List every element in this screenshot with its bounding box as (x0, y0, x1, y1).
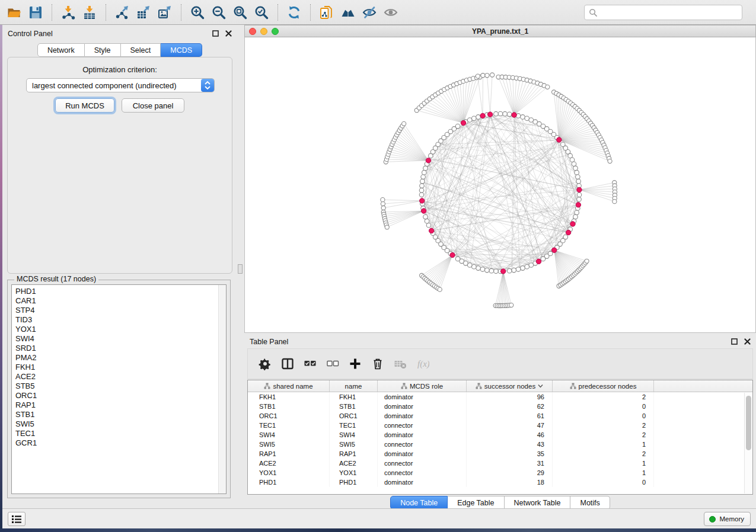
network-node[interactable] (521, 266, 525, 271)
mcds-result-item[interactable]: PMA2 (15, 353, 226, 363)
network-canvas[interactable] (244, 37, 756, 333)
network-node[interactable] (503, 111, 508, 116)
import-network-button[interactable] (58, 2, 79, 23)
network-node[interactable] (423, 166, 428, 171)
mcds-result-item[interactable]: GCR1 (15, 438, 226, 448)
network-node[interactable] (575, 170, 579, 175)
optimization-criterion-select[interactable]: largest connected component (undirected) (26, 78, 215, 92)
zoom-selected-button[interactable] (251, 2, 272, 23)
window-close-button[interactable] (249, 28, 256, 35)
network-node[interactable] (485, 268, 490, 273)
search-input[interactable] (601, 7, 742, 18)
add-row-button[interactable] (344, 352, 366, 375)
network-hub-node[interactable] (557, 137, 562, 142)
network-node[interactable] (573, 166, 578, 171)
panel-divider[interactable] (237, 25, 244, 508)
deselect-all-button[interactable] (321, 352, 344, 375)
overview-button[interactable] (337, 2, 359, 23)
mcds-result-item[interactable]: PHD1 (15, 287, 226, 296)
network-node[interactable] (455, 257, 460, 261)
network-node[interactable] (421, 175, 426, 180)
mcds-result-item[interactable]: STB5 (15, 382, 226, 391)
clone-network-button[interactable] (316, 2, 337, 23)
mcds-result-item[interactable]: TEC1 (15, 429, 226, 438)
network-node[interactable] (494, 111, 499, 116)
network-node[interactable] (572, 162, 576, 166)
column-header-name[interactable]: name (330, 380, 378, 392)
export-table-button[interactable] (133, 2, 154, 23)
table-row[interactable]: FKH1FKH1dominator962 (248, 392, 752, 402)
network-node[interactable] (472, 264, 477, 269)
zoom-fit-button[interactable] (229, 2, 251, 23)
network-node[interactable] (476, 266, 481, 271)
network-node[interactable] (512, 268, 516, 273)
table-row[interactable]: PHD1PHD1dominator180 (248, 477, 752, 487)
mcds-result-item[interactable]: STP4 (15, 306, 226, 315)
close-panel-button[interactable]: Close panel (122, 98, 184, 113)
network-node[interactable] (577, 193, 582, 197)
table-row[interactable]: STB1STB1dominator620 (248, 402, 752, 411)
network-hub-node[interactable] (480, 113, 485, 118)
network-leaf-node[interactable] (485, 73, 489, 78)
network-leaf-node[interactable] (402, 121, 406, 126)
mcds-result-item[interactable]: FKH1 (15, 363, 226, 372)
save-button[interactable] (25, 2, 46, 23)
network-leaf-node[interactable] (546, 85, 550, 89)
network-leaf-node[interactable] (509, 303, 513, 307)
tab-node-table[interactable]: Node Table (390, 496, 448, 509)
window-zoom-button[interactable] (272, 28, 279, 35)
network-hub-node[interactable] (461, 120, 465, 125)
network-hub-node[interactable] (500, 269, 505, 274)
network-node[interactable] (480, 267, 485, 272)
mcds-result-item[interactable]: YOX1 (15, 325, 226, 334)
network-node[interactable] (420, 184, 425, 188)
network-leaf-node[interactable] (490, 73, 495, 77)
tab-select[interactable]: Select (121, 43, 161, 57)
export-image-button[interactable] (154, 2, 176, 23)
memory-button[interactable]: Memory (704, 512, 751, 526)
network-node[interactable] (576, 179, 581, 184)
network-hub-node[interactable] (570, 222, 575, 226)
network-hub-node[interactable] (577, 187, 582, 192)
show-graphics-button[interactable] (380, 2, 401, 23)
network-leaf-node[interactable] (613, 200, 617, 204)
network-leaf-node[interactable] (381, 201, 385, 206)
float-panel-icon[interactable] (212, 30, 219, 37)
network-node[interactable] (494, 269, 499, 274)
network-node[interactable] (472, 116, 477, 121)
network-node[interactable] (516, 267, 521, 272)
tab-network[interactable]: Network (37, 43, 85, 57)
network-node[interactable] (573, 214, 578, 219)
network-node[interactable] (541, 257, 546, 261)
table-scrollbar-thumb[interactable] (746, 396, 751, 450)
network-node[interactable] (525, 264, 529, 269)
settings-button[interactable] (254, 352, 276, 375)
network-hub-node[interactable] (487, 112, 492, 117)
column-header-MCDS-role[interactable]: MCDS role (378, 380, 467, 392)
network-leaf-node[interactable] (381, 198, 385, 202)
network-leaf-node[interactable] (476, 74, 480, 78)
zoom-in-button[interactable] (187, 2, 208, 23)
table-row[interactable]: SWI4SWI4dominator462 (248, 430, 752, 440)
network-leaf-node[interactable] (438, 287, 442, 291)
network-node[interactable] (425, 219, 429, 223)
mcds-result-item[interactable]: SWI5 (15, 419, 226, 429)
column-header-shared-name[interactable]: shared name (248, 380, 330, 392)
network-hub-node[interactable] (512, 113, 516, 117)
network-hub-node[interactable] (566, 230, 570, 235)
network-node[interactable] (455, 124, 460, 129)
network-leaf-node[interactable] (481, 73, 485, 78)
hide-graphics-button[interactable] (359, 2, 380, 23)
network-leaf-node[interactable] (381, 206, 385, 210)
network-hub-node[interactable] (429, 228, 433, 233)
mcds-list-scrollbar[interactable] (218, 285, 226, 493)
column-header-predecessor-nodes[interactable]: predecessor nodes (553, 380, 654, 392)
table-row[interactable]: TEC1TEC1connector472 (248, 421, 752, 430)
mcds-result-item[interactable]: SWI4 (15, 334, 226, 344)
network-node[interactable] (419, 188, 424, 193)
network-node[interactable] (489, 268, 494, 273)
refresh-button[interactable] (283, 2, 305, 23)
columns-button[interactable] (276, 352, 299, 375)
tab-mcds[interactable]: MCDS (161, 43, 202, 57)
network-node[interactable] (507, 268, 512, 273)
